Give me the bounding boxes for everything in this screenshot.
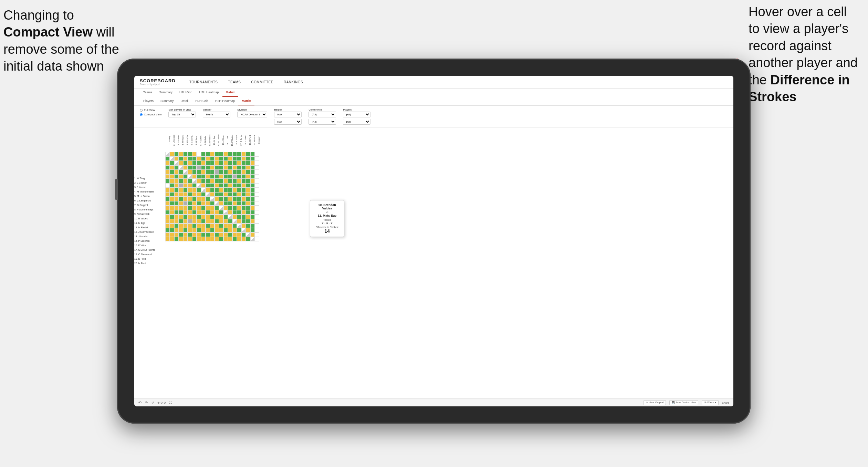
- cell-11-12[interactable]: [215, 197, 219, 201]
- cell-14-3[interactable]: [174, 210, 179, 215]
- cell-7-20[interactable]: [250, 179, 255, 183]
- tab-summary-inner[interactable]: Summary: [157, 97, 177, 105]
- cell-15-13[interactable]: [219, 215, 223, 219]
- cell-4-13[interactable]: [219, 165, 223, 170]
- cell-10-14[interactable]: [223, 192, 228, 197]
- cell-11-4[interactable]: [179, 197, 183, 201]
- tab-teams[interactable]: Teams: [140, 89, 156, 97]
- cell-8-2[interactable]: [170, 183, 174, 188]
- cell-10-9[interactable]: [201, 192, 206, 197]
- cell-4-6[interactable]: [188, 165, 192, 170]
- cell-11-10[interactable]: [206, 197, 210, 201]
- cell-1-14[interactable]: [223, 152, 228, 156]
- cell-20-17[interactable]: [237, 237, 241, 241]
- cell-11-18[interactable]: [241, 197, 246, 201]
- cell-3-1[interactable]: [165, 161, 170, 165]
- redo-button[interactable]: ↷: [145, 401, 148, 405]
- cell-10-17[interactable]: [237, 192, 241, 197]
- cell-11-14[interactable]: [223, 197, 228, 201]
- cell-15-16[interactable]: [232, 215, 237, 219]
- cell-13-20[interactable]: [250, 206, 255, 210]
- cell-6-8[interactable]: [197, 174, 201, 179]
- cell-6-6[interactable]: [188, 174, 192, 179]
- matrix-area[interactable]: 1. W Ding 2. L Clanton 3. J Koivun 4. M …: [134, 128, 733, 398]
- cell-16-3[interactable]: [174, 219, 179, 224]
- cell-13-14[interactable]: [223, 206, 228, 210]
- cell-11-20[interactable]: [250, 197, 255, 201]
- cell-7-5[interactable]: [183, 179, 188, 183]
- cell-5-2[interactable]: [170, 170, 174, 174]
- cell-12-17[interactable]: [237, 201, 241, 206]
- cell-14-8[interactable]: [197, 210, 201, 215]
- cell-9-20[interactable]: [250, 188, 255, 192]
- cell-2-10[interactable]: [206, 156, 210, 161]
- cell-18-17[interactable]: [237, 228, 241, 232]
- cell-5-10[interactable]: [206, 170, 210, 174]
- cell-13-2[interactable]: [170, 206, 174, 210]
- cell-8-20[interactable]: [250, 183, 255, 188]
- players-select-2[interactable]: (All): [343, 119, 370, 125]
- cell-12-14[interactable]: [223, 201, 228, 206]
- cell-7-15[interactable]: [228, 179, 232, 183]
- cell-15-11[interactable]: [210, 215, 215, 219]
- cell-12-10[interactable]: [206, 201, 210, 206]
- cell-15-4[interactable]: [179, 215, 183, 219]
- cell-15-18[interactable]: [241, 215, 246, 219]
- cell-1-9[interactable]: [201, 152, 206, 156]
- cell-17-9[interactable]: [201, 224, 206, 228]
- cell-18-21[interactable]: [255, 228, 259, 232]
- cell-4-1[interactable]: [165, 165, 170, 170]
- cell-16-11[interactable]: [210, 219, 215, 224]
- cell-18-9[interactable]: [201, 228, 206, 232]
- cell-7-21[interactable]: [255, 179, 259, 183]
- cell-14-11[interactable]: [210, 210, 215, 215]
- cell-2-12[interactable]: [215, 156, 219, 161]
- cell-19-17[interactable]: [237, 232, 241, 237]
- conference-select-1[interactable]: (All): [308, 112, 336, 117]
- cell-12-21[interactable]: [255, 201, 259, 206]
- cell-5-3[interactable]: [174, 170, 179, 174]
- cell-2-17[interactable]: [237, 156, 241, 161]
- cell-7-10[interactable]: [206, 179, 210, 183]
- cell-9-8[interactable]: [197, 188, 201, 192]
- cell-2-1[interactable]: [165, 156, 170, 161]
- cell-13-15[interactable]: [228, 206, 232, 210]
- cell-15-12[interactable]: [215, 215, 219, 219]
- cell-5-15[interactable]: [228, 170, 232, 174]
- cell-15-21[interactable]: [255, 215, 259, 219]
- cell-10-5[interactable]: [183, 192, 188, 197]
- cell-20-5[interactable]: [183, 237, 188, 241]
- cell-3-10[interactable]: [206, 161, 210, 165]
- cell-12-3[interactable]: [174, 201, 179, 206]
- cell-15-19[interactable]: [246, 215, 250, 219]
- cell-14-7[interactable]: [192, 210, 197, 215]
- cell-6-17[interactable]: [237, 174, 241, 179]
- cell-16-6[interactable]: [188, 219, 192, 224]
- cell-15-9[interactable]: [201, 215, 206, 219]
- cell-4-7[interactable]: [192, 165, 197, 170]
- cell-17-4[interactable]: [179, 224, 183, 228]
- cell-1-5[interactable]: [183, 152, 188, 156]
- cell-18-12[interactable]: [215, 228, 219, 232]
- cell-14-13[interactable]: [219, 210, 223, 215]
- cell-14-14[interactable]: [223, 210, 228, 215]
- cell-5-1[interactable]: [165, 170, 170, 174]
- cell-5-5[interactable]: [183, 170, 188, 174]
- cell-12-11[interactable]: [210, 201, 215, 206]
- cell-16-21[interactable]: [255, 219, 259, 224]
- cell-19-19[interactable]: [246, 232, 250, 237]
- cell-9-19[interactable]: [246, 188, 250, 192]
- cell-8-6[interactable]: [188, 183, 192, 188]
- cell-10-12[interactable]: [215, 192, 219, 197]
- cell-6-19[interactable]: [246, 174, 250, 179]
- cell-7-16[interactable]: [232, 179, 237, 183]
- cell-2-13[interactable]: [219, 156, 223, 161]
- cell-12-8[interactable]: [197, 201, 201, 206]
- cell-3-11[interactable]: [210, 161, 215, 165]
- tab-players[interactable]: Players: [140, 97, 157, 105]
- cell-10-16[interactable]: [232, 192, 237, 197]
- cell-2-20[interactable]: [250, 156, 255, 161]
- cell-3-4[interactable]: [179, 161, 183, 165]
- cell-2-4[interactable]: [179, 156, 183, 161]
- cell-3-12[interactable]: [215, 161, 219, 165]
